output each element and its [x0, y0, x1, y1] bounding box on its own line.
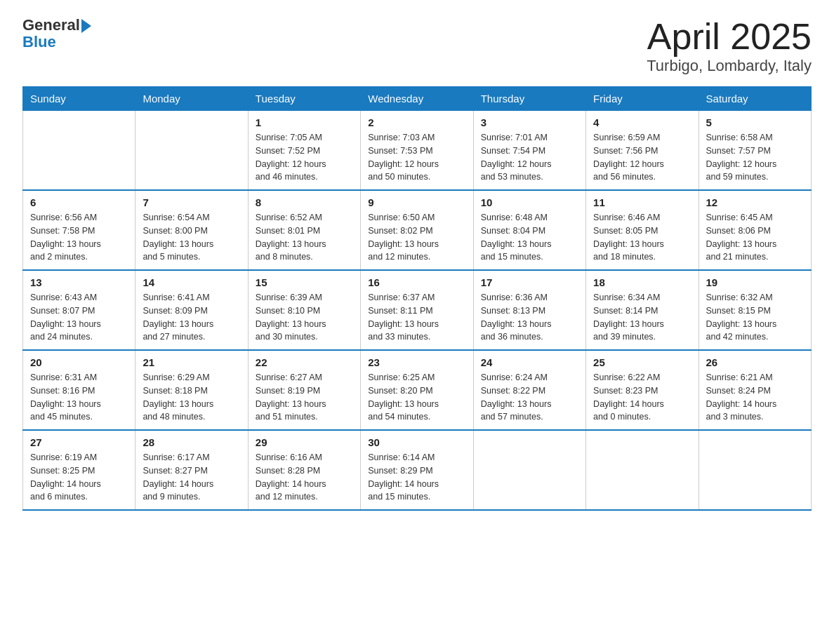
col-header-wednesday: Wednesday — [361, 87, 473, 111]
col-header-friday: Friday — [586, 87, 699, 111]
calendar-day-1: 1Sunrise: 7:05 AMSunset: 7:52 PMDaylight… — [248, 111, 360, 191]
day-number: 10 — [481, 196, 578, 208]
calendar-day-15: 15Sunrise: 6:39 AMSunset: 8:10 PMDayligh… — [248, 270, 360, 350]
calendar-day-30: 30Sunrise: 6:14 AMSunset: 8:29 PMDayligh… — [361, 430, 473, 510]
day-info: Sunrise: 6:27 AMSunset: 8:19 PMDaylight:… — [256, 371, 353, 424]
day-info: Sunrise: 6:17 AMSunset: 8:27 PMDaylight:… — [143, 451, 240, 504]
calendar-week-row: 6Sunrise: 6:56 AMSunset: 7:58 PMDaylight… — [23, 190, 812, 270]
day-number: 25 — [593, 356, 691, 368]
calendar-day-4: 4Sunrise: 6:59 AMSunset: 7:56 PMDaylight… — [586, 111, 699, 191]
day-info: Sunrise: 6:59 AMSunset: 7:56 PMDaylight:… — [593, 131, 691, 184]
day-info: Sunrise: 6:25 AMSunset: 8:20 PMDaylight:… — [368, 371, 465, 424]
calendar-day-25: 25Sunrise: 6:22 AMSunset: 8:23 PMDayligh… — [586, 350, 699, 430]
calendar-day-13: 13Sunrise: 6:43 AMSunset: 8:07 PMDayligh… — [23, 270, 135, 350]
day-number: 17 — [481, 276, 578, 288]
page-header: General Blue April 2025 Turbigo, Lombard… — [22, 17, 812, 75]
day-number: 7 — [143, 196, 240, 208]
day-number: 13 — [30, 276, 128, 288]
day-number: 23 — [368, 356, 465, 368]
day-number: 21 — [143, 356, 240, 368]
logo: General Blue — [22, 17, 91, 51]
calendar-day-3: 3Sunrise: 7:01 AMSunset: 7:54 PMDaylight… — [473, 111, 585, 191]
day-info: Sunrise: 7:03 AMSunset: 7:53 PMDaylight:… — [368, 131, 465, 184]
day-number: 16 — [368, 276, 465, 288]
calendar-header-row: SundayMondayTuesdayWednesdayThursdayFrid… — [23, 87, 812, 111]
day-info: Sunrise: 6:41 AMSunset: 8:09 PMDaylight:… — [143, 291, 240, 344]
calendar-day-22: 22Sunrise: 6:27 AMSunset: 8:19 PMDayligh… — [248, 350, 360, 430]
col-header-monday: Monday — [135, 87, 248, 111]
day-number: 11 — [593, 196, 691, 208]
col-header-saturday: Saturday — [699, 87, 811, 111]
day-number: 29 — [256, 436, 353, 448]
calendar-day-20: 20Sunrise: 6:31 AMSunset: 8:16 PMDayligh… — [23, 350, 135, 430]
calendar-day-21: 21Sunrise: 6:29 AMSunset: 8:18 PMDayligh… — [135, 350, 248, 430]
day-info: Sunrise: 7:05 AMSunset: 7:52 PMDaylight:… — [256, 131, 353, 184]
day-number: 5 — [706, 116, 804, 128]
day-info: Sunrise: 6:24 AMSunset: 8:22 PMDaylight:… — [481, 371, 578, 424]
day-info: Sunrise: 6:21 AMSunset: 8:24 PMDaylight:… — [706, 371, 804, 424]
col-header-thursday: Thursday — [473, 87, 585, 111]
calendar-day-14: 14Sunrise: 6:41 AMSunset: 8:09 PMDayligh… — [135, 270, 248, 350]
day-info: Sunrise: 6:34 AMSunset: 8:14 PMDaylight:… — [593, 291, 691, 344]
calendar-day-10: 10Sunrise: 6:48 AMSunset: 8:04 PMDayligh… — [473, 190, 585, 270]
day-info: Sunrise: 6:54 AMSunset: 8:00 PMDaylight:… — [143, 211, 240, 264]
col-header-sunday: Sunday — [23, 87, 135, 111]
calendar-week-row: 20Sunrise: 6:31 AMSunset: 8:16 PMDayligh… — [23, 350, 812, 430]
calendar-day-26: 26Sunrise: 6:21 AMSunset: 8:24 PMDayligh… — [699, 350, 811, 430]
calendar-day-5: 5Sunrise: 6:58 AMSunset: 7:57 PMDaylight… — [699, 111, 811, 191]
location-subtitle: Turbigo, Lombardy, Italy — [647, 57, 812, 75]
calendar-title: April 2025 — [647, 17, 812, 57]
day-number: 28 — [143, 436, 240, 448]
calendar-day-16: 16Sunrise: 6:37 AMSunset: 8:11 PMDayligh… — [361, 270, 473, 350]
day-info: Sunrise: 6:56 AMSunset: 7:58 PMDaylight:… — [30, 211, 128, 264]
calendar-day-11: 11Sunrise: 6:46 AMSunset: 8:05 PMDayligh… — [586, 190, 699, 270]
day-number: 6 — [30, 196, 128, 208]
day-number: 30 — [368, 436, 465, 448]
calendar-day-12: 12Sunrise: 6:45 AMSunset: 8:06 PMDayligh… — [699, 190, 811, 270]
day-info: Sunrise: 6:29 AMSunset: 8:18 PMDaylight:… — [143, 371, 240, 424]
calendar-day-24: 24Sunrise: 6:24 AMSunset: 8:22 PMDayligh… — [473, 350, 585, 430]
calendar-day-7: 7Sunrise: 6:54 AMSunset: 8:00 PMDaylight… — [135, 190, 248, 270]
day-number: 20 — [30, 356, 128, 368]
calendar-day-empty — [699, 430, 811, 510]
day-info: Sunrise: 6:32 AMSunset: 8:15 PMDaylight:… — [706, 291, 804, 344]
col-header-tuesday: Tuesday — [248, 87, 360, 111]
day-info: Sunrise: 6:58 AMSunset: 7:57 PMDaylight:… — [706, 131, 804, 184]
day-number: 9 — [368, 196, 465, 208]
day-info: Sunrise: 7:01 AMSunset: 7:54 PMDaylight:… — [481, 131, 578, 184]
day-info: Sunrise: 6:52 AMSunset: 8:01 PMDaylight:… — [256, 211, 353, 264]
day-number: 12 — [706, 196, 804, 208]
calendar-day-29: 29Sunrise: 6:16 AMSunset: 8:28 PMDayligh… — [248, 430, 360, 510]
calendar-day-6: 6Sunrise: 6:56 AMSunset: 7:58 PMDaylight… — [23, 190, 135, 270]
calendar-day-8: 8Sunrise: 6:52 AMSunset: 8:01 PMDaylight… — [248, 190, 360, 270]
day-info: Sunrise: 6:39 AMSunset: 8:10 PMDaylight:… — [256, 291, 353, 344]
logo-blue: Blue — [22, 34, 91, 51]
day-info: Sunrise: 6:22 AMSunset: 8:23 PMDaylight:… — [593, 371, 691, 424]
day-info: Sunrise: 6:16 AMSunset: 8:28 PMDaylight:… — [256, 451, 353, 504]
day-info: Sunrise: 6:43 AMSunset: 8:07 PMDaylight:… — [30, 291, 128, 344]
day-info: Sunrise: 6:31 AMSunset: 8:16 PMDaylight:… — [30, 371, 128, 424]
day-number: 27 — [30, 436, 128, 448]
calendar-day-empty — [135, 111, 248, 191]
calendar-table: SundayMondayTuesdayWednesdayThursdayFrid… — [22, 86, 812, 511]
day-number: 14 — [143, 276, 240, 288]
title-block: April 2025 Turbigo, Lombardy, Italy — [647, 17, 812, 75]
day-number: 3 — [481, 116, 578, 128]
calendar-day-19: 19Sunrise: 6:32 AMSunset: 8:15 PMDayligh… — [699, 270, 811, 350]
day-info: Sunrise: 6:46 AMSunset: 8:05 PMDaylight:… — [593, 211, 691, 264]
calendar-day-28: 28Sunrise: 6:17 AMSunset: 8:27 PMDayligh… — [135, 430, 248, 510]
calendar-day-17: 17Sunrise: 6:36 AMSunset: 8:13 PMDayligh… — [473, 270, 585, 350]
calendar-day-18: 18Sunrise: 6:34 AMSunset: 8:14 PMDayligh… — [586, 270, 699, 350]
logo-general: General — [22, 17, 80, 34]
day-number: 18 — [593, 276, 691, 288]
day-number: 24 — [481, 356, 578, 368]
logo-arrow-icon — [81, 19, 91, 33]
day-number: 4 — [593, 116, 691, 128]
calendar-day-empty — [473, 430, 585, 510]
day-number: 26 — [706, 356, 804, 368]
day-number: 19 — [706, 276, 804, 288]
day-number: 8 — [256, 196, 353, 208]
day-number: 2 — [368, 116, 465, 128]
day-info: Sunrise: 6:19 AMSunset: 8:25 PMDaylight:… — [30, 451, 128, 504]
day-info: Sunrise: 6:37 AMSunset: 8:11 PMDaylight:… — [368, 291, 465, 344]
